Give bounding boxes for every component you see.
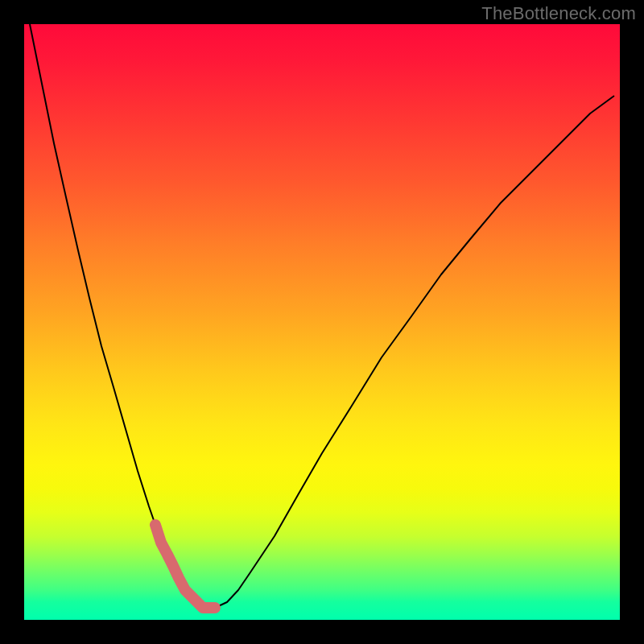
- watermark-text: TheBottleneck.com: [481, 3, 636, 24]
- plot-area: [24, 24, 620, 620]
- curve-path: [30, 24, 614, 608]
- chart-frame: TheBottleneck.com: [0, 0, 644, 644]
- recommended-range-highlight: [155, 525, 215, 608]
- bottleneck-curve: [24, 24, 620, 620]
